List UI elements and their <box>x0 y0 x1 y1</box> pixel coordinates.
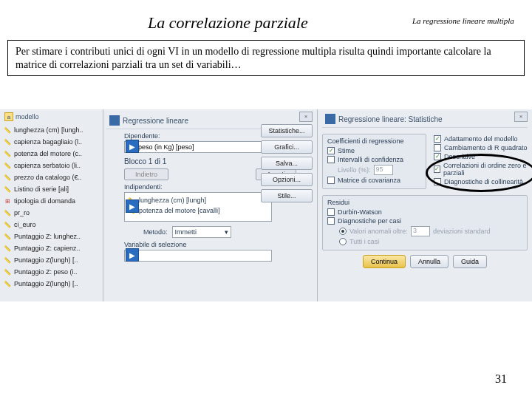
variable-label: pr_ro <box>14 209 30 216</box>
move-indep-button[interactable]: ▶ <box>126 200 139 213</box>
checkbox-row: Diagnostiche di collinearità <box>434 178 528 185</box>
checkbox-label: Diagnostiche per casi <box>338 217 401 225</box>
checkbox-row: Livello (%):95 <box>338 165 421 175</box>
move-selvar-button[interactable]: ▶ <box>126 248 139 262</box>
string-icon: a <box>4 112 13 121</box>
dialog-statistics: Regressione lineare: Statistiche × Coeff… <box>318 109 532 301</box>
scale-icon: 📏 <box>3 279 12 288</box>
variable-item[interactable]: 📏Puntaggio Z: lunghez.. <box>0 231 103 242</box>
variable-item[interactable]: 📏Puntaggio Z: capienz.. <box>0 242 103 254</box>
side-button[interactable]: Statistiche... <box>261 124 313 137</box>
residuals-panel: Residui Durbin-WatsonDiagnostiche per ca… <box>322 195 528 250</box>
allcases-radio[interactable] <box>339 238 347 245</box>
variable-label: Puntaggio Z(lungh) [.. <box>14 280 78 287</box>
dependent-value: peso (in Kg) [peso] <box>138 143 194 151</box>
scale-icon: 📏 <box>3 161 12 170</box>
checkbox[interactable]: ✓ <box>434 135 441 143</box>
checkbox[interactable] <box>327 177 335 184</box>
help-button[interactable]: Guida <box>453 255 487 268</box>
checkbox-row: ✓Stime <box>327 147 421 154</box>
independent-label: potenza del motore [cavalli] <box>139 207 220 214</box>
close-icon[interactable]: × <box>514 112 528 122</box>
ci-level-label: Livello (%): <box>338 166 371 174</box>
independent-item[interactable]: 📏lunghezza (cm) [lungh] <box>127 196 269 205</box>
independent-item[interactable]: 📏potenza del motore [cavalli] <box>127 206 269 215</box>
dialog2-buttons: Continua Annulla Guida <box>322 255 528 268</box>
outliers-radio[interactable] <box>339 228 347 235</box>
checkbox[interactable] <box>327 208 335 216</box>
selvar-label: Variabile di selezione <box>124 241 313 248</box>
dependent-field[interactable]: 📏 peso (in Kg) [peso] <box>124 141 272 153</box>
dialog2-title: Regressione lineare: Statistiche <box>338 115 443 123</box>
cancel-button[interactable]: Annulla <box>410 255 449 268</box>
selvar-field[interactable] <box>124 250 272 262</box>
variable-item[interactable]: 📏potenza del motore (c.. <box>0 148 103 160</box>
variable-item[interactable]: 📏Puntaggio Z(lungh) [.. <box>0 254 103 266</box>
continue-button[interactable]: Continua <box>363 255 406 268</box>
checkbox-label: Adattamento del modello <box>444 135 518 143</box>
variable-list[interactable]: a modello 📏lunghezza (cm) [lungh..📏capie… <box>0 109 103 301</box>
checkbox[interactable] <box>434 178 441 185</box>
scale-icon: 📏 <box>3 137 12 146</box>
variable-item[interactable]: 📏prezzo da catalogo (€.. <box>0 171 103 183</box>
slide-subtitle: La regressione lineare multipla <box>412 16 514 25</box>
independent-label: lunghezza (cm) [lungh] <box>139 197 206 204</box>
checkbox[interactable] <box>327 156 335 163</box>
checkbox-label: Intervalli di confidenza <box>338 156 403 163</box>
side-button[interactable]: Stile... <box>261 189 313 202</box>
variable-label: prezzo da catalogo (€.. <box>14 174 82 181</box>
independent-listbox[interactable]: 📏lunghezza (cm) [lungh]📏potenza del moto… <box>124 192 272 222</box>
variable-label: Puntaggio Z: peso (i.. <box>14 268 78 276</box>
scale-icon: 📏 <box>3 232 12 241</box>
ci-level-input[interactable]: 95 <box>374 165 393 175</box>
variable-label: Puntaggio Z: capienz.. <box>14 245 81 252</box>
variable-item[interactable]: 📏capienza serbatoio (li.. <box>0 160 103 171</box>
app-screenshot: a modello 📏lunghezza (cm) [lungh..📏capie… <box>0 109 532 301</box>
close-icon[interactable]: × <box>299 112 313 122</box>
variable-item[interactable]: 📏pr_ro <box>0 207 103 219</box>
variable-label: Listino di serie [ali] <box>14 185 69 193</box>
variable-item[interactable]: 📏lunghezza (cm) [lungh.. <box>0 124 103 136</box>
outliers-label: Valori anomali oltre: <box>349 228 408 235</box>
checkbox-label: Diagnostiche di collinearità <box>444 178 523 185</box>
variable-item[interactable]: 📏Puntaggio Z(lungh) [.. <box>0 278 103 290</box>
variable-label: tipologia di domanda <box>14 197 75 205</box>
variable-item[interactable]: ⊞tipologia di domanda <box>0 195 103 207</box>
checkbox[interactable]: ✓ <box>327 147 335 154</box>
checkbox[interactable]: ✓ <box>434 166 440 173</box>
checkbox-label: Matrice di covarianza <box>338 177 400 184</box>
checkbox[interactable] <box>434 144 441 151</box>
checkbox[interactable] <box>327 217 335 225</box>
slide-body: Per stimare i contributi unici di ogni V… <box>7 40 525 76</box>
dialog1-title: Regressione lineare <box>123 117 188 125</box>
variable-label: Puntaggio Z: lunghez.. <box>14 233 81 240</box>
checkbox-row: Intervalli di confidenza <box>327 156 421 163</box>
checkbox-label: Durbin-Watson <box>338 208 382 216</box>
variable-item[interactable]: 📏ci_euro <box>0 219 103 231</box>
checkbox-row: ✓Descrittive <box>434 153 528 160</box>
coef-panel-title: Coefficienti di regressione <box>327 137 421 145</box>
method-combo[interactable]: Immetti ▾ <box>172 226 231 238</box>
outliers-input[interactable]: 3 <box>411 226 430 236</box>
variable-item[interactable]: 📏capienza bagagliaio (l.. <box>0 136 103 148</box>
page-number: 31 <box>495 372 507 386</box>
checkbox-label: Correlazioni di ordine zero e parziali <box>443 162 528 177</box>
checkbox-row: Durbin-Watson <box>327 208 522 216</box>
prev-block-button[interactable]: Indietro <box>124 168 168 180</box>
variable-item[interactable]: 📏Listino di serie [ali] <box>0 183 103 195</box>
app-icon <box>325 114 335 124</box>
outliers-unit: deviazioni standard <box>433 228 491 235</box>
scale-icon: 📏 <box>3 126 12 134</box>
variable-label: lunghezza (cm) [lungh.. <box>14 126 83 134</box>
side-button[interactable]: Opzioni... <box>261 173 313 186</box>
side-button[interactable]: Salva... <box>261 157 313 170</box>
variable-label: ci_euro <box>14 221 36 228</box>
variable-item[interactable]: 📏Puntaggio Z: peso (i.. <box>0 266 103 278</box>
dialog2-title-bar: Regressione lineare: Statistiche <box>322 112 528 128</box>
checkbox-label: Stime <box>338 147 355 154</box>
side-button[interactable]: Grafici... <box>261 140 313 154</box>
checkbox[interactable]: ✓ <box>434 153 441 160</box>
move-dep-button[interactable]: ▶ <box>126 140 139 153</box>
allcases-label: Tutti i casi <box>349 238 379 245</box>
variable-label: Puntaggio Z(lungh) [.. <box>14 256 78 264</box>
